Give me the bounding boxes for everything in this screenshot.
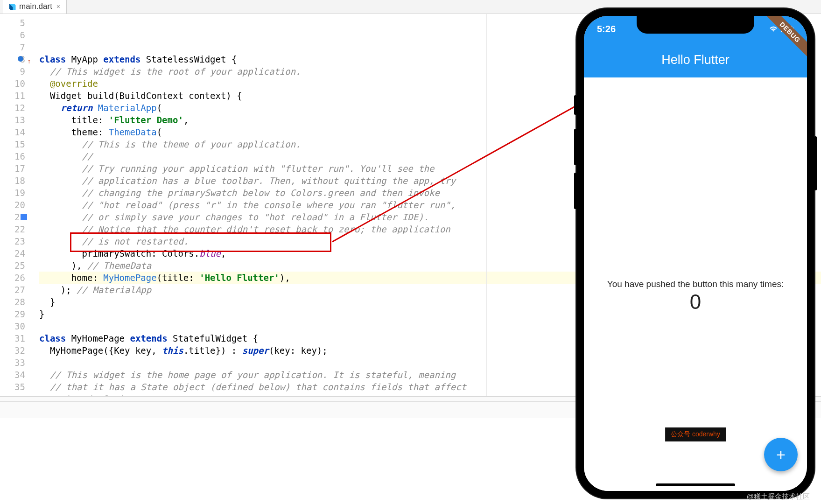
line-number[interactable]: 35: [0, 381, 25, 393]
phone-volume-down: [574, 173, 576, 209]
line-number[interactable]: 18: [0, 175, 25, 187]
line-number[interactable]: 14: [0, 126, 25, 138]
phone-notch: [637, 16, 754, 34]
color-swatch-icon[interactable]: [21, 214, 27, 220]
line-number[interactable]: 19: [0, 187, 25, 199]
line-number[interactable]: 24: [0, 247, 25, 259]
line-number[interactable]: 30: [0, 320, 25, 332]
dart-file-icon: [8, 2, 16, 11]
phone-frame: 5:26 DEBUG Hello Flutter You have pushed…: [576, 8, 814, 498]
line-number[interactable]: 29: [0, 308, 25, 320]
line-number[interactable]: 5: [0, 17, 25, 29]
line-number[interactable]: 15: [0, 138, 25, 150]
counter-value: 0: [690, 290, 701, 314]
line-number[interactable]: 11: [0, 90, 25, 102]
line-number[interactable]: 12: [0, 102, 25, 114]
line-number-gutter[interactable]: 5678↑91011121314151617181920212223242526…: [0, 14, 39, 396]
line-number[interactable]: 8↑: [0, 53, 25, 65]
run-to-line-icon: ↑: [27, 55, 31, 67]
fab-add-button[interactable]: +: [764, 438, 798, 471]
line-number[interactable]: 23: [0, 235, 25, 247]
page-watermark: @稀土掘金技术社区: [747, 492, 810, 501]
line-number[interactable]: 22: [0, 223, 25, 235]
phone-silence-switch: [574, 95, 576, 115]
line-number[interactable]: 13: [0, 114, 25, 126]
annotation-red-box: [70, 232, 331, 252]
line-number[interactable]: 7: [0, 41, 25, 53]
vertical-guide: [486, 14, 487, 396]
line-number[interactable]: 20: [0, 199, 25, 211]
line-number[interactable]: 9: [0, 65, 25, 77]
line-number[interactable]: 31: [0, 332, 25, 344]
line-number[interactable]: 25: [0, 259, 25, 272]
phone-power-button: [814, 136, 817, 190]
line-number[interactable]: 28: [0, 296, 25, 308]
line-number[interactable]: 26: [0, 272, 25, 284]
counter-label: You have pushed the button this many tim…: [607, 279, 784, 289]
line-number[interactable]: 6: [0, 29, 25, 41]
line-number[interactable]: 27: [0, 284, 25, 296]
breakpoint-icon[interactable]: [18, 56, 23, 62]
line-number[interactable]: 34: [0, 369, 25, 381]
home-indicator: [656, 483, 735, 486]
phone-volume-up: [574, 129, 576, 165]
line-number[interactable]: 33: [0, 357, 25, 369]
app-bar-title: Hello Flutter: [661, 53, 730, 67]
toast-watermark: 公众号 coderwhy: [665, 427, 726, 441]
line-number[interactable]: 21: [0, 211, 25, 223]
phone-time: 5:26: [597, 24, 616, 35]
debug-banner: DEBUG: [751, 16, 807, 72]
file-tab-label: main.dart: [19, 2, 52, 11]
phone-screen: 5:26 DEBUG Hello Flutter You have pushed…: [584, 16, 807, 491]
line-number[interactable]: 16: [0, 150, 25, 162]
plus-icon: +: [776, 446, 786, 464]
close-icon[interactable]: ×: [55, 3, 62, 10]
line-number[interactable]: 17: [0, 162, 25, 175]
file-tab-main-dart[interactable]: main.dart ×: [3, 0, 67, 14]
line-number[interactable]: 10: [0, 77, 25, 90]
line-number[interactable]: 32: [0, 344, 25, 357]
